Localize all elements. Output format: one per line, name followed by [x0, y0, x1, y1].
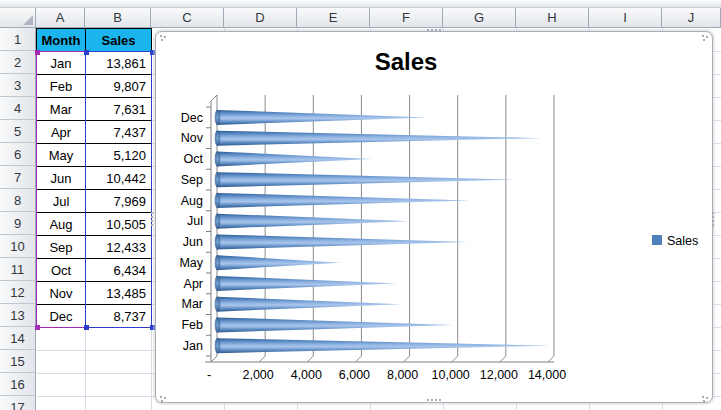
cell-sales-Apr[interactable]: 7,437 — [85, 120, 152, 144]
x-axis-label-5[interactable]: 10,000 — [432, 368, 470, 382]
cone-bar-Sep[interactable] — [217, 172, 516, 187]
row-header-17[interactable]: 17 — [0, 396, 36, 410]
column-header-A[interactable]: A — [36, 8, 85, 28]
x-axis-label-1[interactable]: 2,000 — [242, 368, 273, 382]
chart-resize-handle[interactable] — [151, 212, 153, 214]
column-header-G[interactable]: G — [443, 8, 516, 28]
legend[interactable]: Sales — [652, 234, 698, 248]
x-axis-label-6[interactable]: 12,000 — [480, 368, 518, 382]
formula-bar-edge — [0, 0, 721, 8]
chart-resize-handle[interactable] — [160, 396, 162, 398]
column-header-B[interactable]: B — [85, 8, 151, 28]
row-header-13[interactable]: 13 — [0, 304, 36, 327]
chart-resize-handle[interactable] — [702, 396, 704, 398]
cell-month-Nov[interactable]: Nov — [36, 281, 86, 305]
cell-sales-May[interactable]: 5,120 — [85, 143, 152, 167]
row-header-10[interactable]: 10 — [0, 235, 36, 258]
cell-sales-Jan[interactable]: 13,861 — [85, 51, 152, 75]
x-axis-label-3[interactable]: 6,000 — [339, 368, 370, 382]
cell-month-Dec[interactable]: Dec — [36, 304, 86, 328]
row-header-2[interactable]: 2 — [0, 51, 36, 74]
cell-month-Mar[interactable]: Mar — [36, 97, 86, 121]
row-header-12[interactable]: 12 — [0, 281, 36, 304]
row-header-6[interactable]: 6 — [0, 143, 36, 166]
chart-resize-handle[interactable] — [160, 35, 162, 37]
column-header-J[interactable]: J — [662, 8, 721, 28]
column-header-I[interactable]: I — [589, 8, 662, 28]
cell-sales-Jun[interactable]: 10,442 — [85, 166, 152, 190]
column-header-H[interactable]: H — [516, 8, 589, 28]
category-label-Apr[interactable]: Apr — [184, 277, 203, 291]
cell-month-May[interactable]: May — [36, 143, 86, 167]
table-header-month[interactable]: Month — [36, 28, 86, 52]
chart-resize-handle[interactable] — [712, 212, 714, 214]
cell-sales-Aug[interactable]: 10,505 — [85, 212, 152, 236]
chart-resize-handle[interactable] — [427, 29, 429, 31]
cell-month-Apr[interactable]: Apr — [36, 120, 86, 144]
category-label-Feb[interactable]: Feb — [181, 318, 203, 332]
cell-month-Sep[interactable]: Sep — [36, 235, 86, 259]
row-header-15[interactable]: 15 — [0, 350, 36, 373]
category-label-Nov[interactable]: Nov — [181, 131, 204, 145]
cell-sales-Oct[interactable]: 6,434 — [85, 258, 152, 282]
chart-resize-handle[interactable] — [427, 399, 429, 401]
row-header-14[interactable]: 14 — [0, 327, 36, 350]
legend-label[interactable]: Sales — [667, 234, 698, 248]
cell-month-Jan[interactable]: Jan — [36, 51, 86, 75]
row-header-4[interactable]: 4 — [0, 97, 36, 120]
cone-bar-Oct[interactable] — [217, 151, 372, 166]
cone-bar-Apr[interactable] — [217, 276, 396, 291]
x-axis-label-4[interactable]: 8,000 — [387, 368, 418, 382]
category-label-May[interactable]: May — [179, 256, 203, 270]
category-label-Jun[interactable]: Jun — [183, 235, 203, 249]
cell-sales-Feb[interactable]: 9,807 — [85, 74, 152, 98]
x-axis-label-7[interactable]: 14,000 — [528, 368, 566, 382]
category-label-Jan[interactable]: Jan — [183, 339, 203, 353]
cell-month-Jun[interactable]: Jun — [36, 166, 86, 190]
row-header-1[interactable]: 1 — [0, 28, 36, 51]
cone-bar-Nov[interactable] — [217, 131, 542, 146]
cone-bar-May[interactable] — [217, 255, 340, 270]
cone-bar-Feb[interactable] — [217, 317, 453, 332]
cone-bar-Jan[interactable] — [217, 338, 551, 353]
row-header-11[interactable]: 11 — [0, 258, 36, 281]
cone-bar-Dec[interactable] — [217, 110, 427, 125]
category-label-Mar[interactable]: Mar — [181, 297, 203, 311]
sales-chart: SalesDecNovOctSepAugJulJunMayAprMarFebJa… — [156, 32, 712, 402]
row-header-7[interactable]: 7 — [0, 166, 36, 189]
column-header-E[interactable]: E — [297, 8, 370, 28]
chart-depth-tick — [500, 356, 506, 362]
category-label-Oct[interactable]: Oct — [184, 152, 204, 166]
column-header-C[interactable]: C — [151, 8, 224, 28]
x-axis-label-0[interactable]: - — [207, 368, 211, 382]
category-label-Jul[interactable]: Jul — [187, 214, 203, 228]
cell-month-Aug[interactable]: Aug — [36, 212, 86, 236]
chart-title[interactable]: Sales — [375, 48, 438, 75]
chart-object[interactable]: SalesDecNovOctSepAugJulJunMayAprMarFebJa… — [155, 31, 713, 403]
row-header-5[interactable]: 5 — [0, 120, 36, 143]
cone-bar-Aug[interactable] — [217, 193, 470, 208]
cell-sales-Mar[interactable]: 7,631 — [85, 97, 152, 121]
cell-sales-Dec[interactable]: 8,737 — [85, 304, 152, 328]
row-header-3[interactable]: 3 — [0, 74, 36, 97]
cell-month-Oct[interactable]: Oct — [36, 258, 86, 282]
row-header-16[interactable]: 16 — [0, 373, 36, 396]
column-header-F[interactable]: F — [370, 8, 443, 28]
cell-month-Feb[interactable]: Feb — [36, 74, 86, 98]
column-header-D[interactable]: D — [224, 8, 297, 28]
cone-bar-Jun[interactable] — [217, 234, 468, 249]
chart-resize-handle[interactable] — [702, 35, 704, 37]
x-axis-label-2[interactable]: 4,000 — [291, 368, 322, 382]
cone-bar-Mar[interactable] — [217, 297, 401, 312]
category-label-Dec[interactable]: Dec — [181, 111, 203, 125]
category-label-Sep[interactable]: Sep — [181, 173, 203, 187]
category-label-Aug[interactable]: Aug — [181, 194, 203, 208]
select-all-corner[interactable] — [0, 8, 36, 28]
row-header-8[interactable]: 8 — [0, 189, 36, 212]
row-header-9[interactable]: 9 — [0, 212, 36, 235]
cell-month-Jul[interactable]: Jul — [36, 189, 86, 213]
table-header-sales[interactable]: Sales — [85, 28, 152, 52]
cell-sales-Sep[interactable]: 12,433 — [85, 235, 152, 259]
cell-sales-Nov[interactable]: 13,485 — [85, 281, 152, 305]
cell-sales-Jul[interactable]: 7,969 — [85, 189, 152, 213]
